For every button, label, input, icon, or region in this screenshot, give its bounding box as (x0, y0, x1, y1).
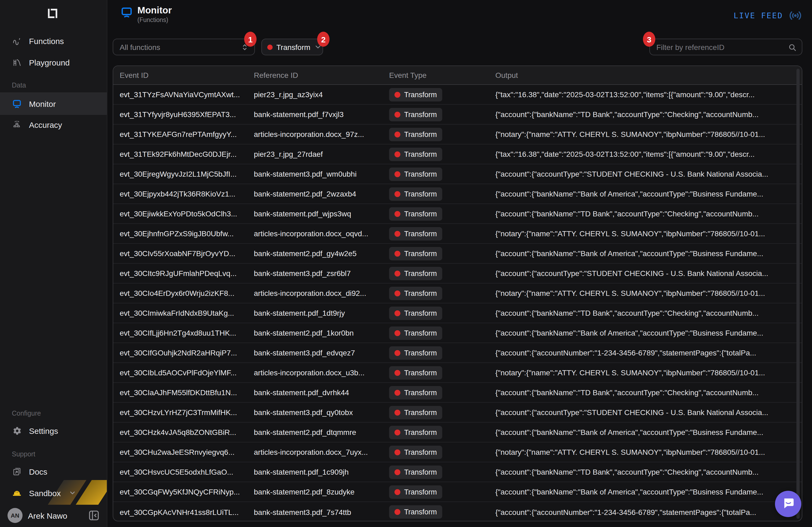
cell-event-id: evt_30CHzvLYrHZ7jC3TrmMifHK... (120, 408, 254, 417)
transform-status-dot (394, 270, 400, 276)
table-row[interactable]: evt_30Ejpyxb442jTk36R8KioVz1... bank-sta… (113, 184, 802, 204)
transform-status-dot (394, 429, 400, 435)
table-row[interactable]: evt_30EjregWgyvJzI2L1MjC5bJfI... bank-st… (113, 164, 802, 184)
cell-reference-id: articles-incorporation.docx_oqvd... (254, 229, 389, 238)
cell-output: {"notary":{"name":"ATTY. CHERYL S. SUMAN… (495, 130, 802, 139)
chat-widget-button[interactable] (775, 491, 801, 517)
cell-output: {"account":{"accountType":"STUDENT CHECK… (495, 408, 802, 417)
cell-output: {"notary":{"name":"ATTY. CHERYL S. SUMAN… (495, 229, 802, 238)
sidebar-item-accuracy[interactable]: Accuracy (0, 116, 107, 133)
transform-status-dot (394, 251, 400, 256)
event-type-label: Transform (404, 150, 437, 158)
table-row[interactable]: evt_31TEk92Fk6hMtDecG0DJEjr... pier23_r.… (113, 144, 802, 164)
event-type-dropdown[interactable]: Transform 2 (261, 39, 323, 55)
cell-output: {"account":{"bankName":"TD Bank","accoun… (495, 110, 802, 119)
event-type-badge: Transform (389, 247, 442, 260)
event-type-badge: Transform (389, 326, 442, 340)
avatar: AN (8, 508, 23, 523)
event-type-badge: Transform (389, 306, 442, 320)
sidebar-item-functions[interactable]: Functions (0, 33, 107, 49)
cell-event-id: evt_30CImiwkaFrIdNdxB9UtaKg... (120, 309, 254, 317)
table-row[interactable]: evt_30CGpKAcVNHr41ss8rLUiTL... bank-stat… (113, 502, 802, 521)
cell-output: {"account":{"bankName":"TD Bank","accoun… (495, 309, 802, 317)
table-row[interactable]: evt_30CHzvLYrHZ7jC3TrmMifHK... bank-stat… (113, 403, 802, 423)
transform-status-dot (394, 370, 400, 375)
transform-status-dot (394, 191, 400, 197)
cell-event-type: Transform (389, 426, 495, 439)
transform-status-dot (394, 310, 400, 316)
accuracy-gold-bars-icon (12, 119, 22, 130)
table-row[interactable]: evt_30EjhnfnGPZxS9igJB0Ubfw... articles-… (113, 224, 802, 244)
table-row[interactable]: evt_31TYfyvjr8yuH6395XfEPAT3... bank-sta… (113, 105, 802, 125)
sidebar-item-monitor[interactable]: Monitor (0, 92, 107, 115)
sandbox-hazard-stripes (0, 0, 107, 527)
cell-event-type: Transform (389, 465, 495, 479)
main-content: Monitor (Functions) LIVE FEED All functi… (107, 0, 812, 527)
cell-reference-id: bank-statement.pdf_1c909jh (254, 468, 389, 476)
page-title: Monitor (137, 5, 172, 16)
table-row[interactable]: evt_30CImiwkaFrIdNdxB9UtaKg... bank-stat… (113, 303, 802, 323)
cell-event-type: Transform (389, 267, 495, 280)
table-row[interactable]: evt_30CIaAJhFM55lfDKDttBfu1N... bank-sta… (113, 383, 802, 403)
table-row[interactable]: evt_30CIo4ErDyx6r0Wrju2izKF8... articles… (113, 284, 802, 303)
event-type-badge: Transform (389, 167, 442, 181)
event-type-badge: Transform (389, 386, 442, 399)
cell-output: {"account":{"bankName":"Bank of America"… (495, 249, 802, 258)
column-header-event-type: Event Type (389, 71, 495, 80)
cell-reference-id: bank-statement.pdf_1dt9rjy (254, 309, 389, 317)
sidebar-item-docs[interactable]: Docs (0, 464, 107, 480)
cell-reference-id: bank-statement2.pdf_1kor0bn (254, 329, 389, 337)
user-account-row[interactable]: AN Arek Nawo (0, 506, 107, 525)
table-row[interactable]: evt_30CHu2waJeESRnvyiegvq6... articles-i… (113, 442, 802, 462)
sidebar-item-playground[interactable]: Playground (0, 54, 107, 70)
transform-status-dot (394, 211, 400, 217)
cell-event-id: evt_30EjregWgyvJzI2L1MjC5bJfI... (120, 170, 254, 178)
event-type-badge: Transform (389, 366, 442, 379)
table-row[interactable]: evt_30EjiwkkExYoPDto5kOdClh3... bank-sta… (113, 204, 802, 224)
cell-output: {"notary":{"name":"ATTY. CHERYL S. SUMAN… (495, 368, 802, 377)
live-feed-indicator[interactable]: LIVE FEED (734, 9, 802, 23)
sidebar: Functions Playground Data Monitor (0, 0, 107, 527)
table-row[interactable]: evt_30CIbLd5AOCvPlFdOjeYlMF... articles-… (113, 363, 802, 383)
table-row[interactable]: evt_30CIfLjj6Hn2Tg4xd8uu1THK... bank-sta… (113, 323, 802, 343)
cell-reference-id: bank-statement3.pdf_zsr6bl7 (254, 269, 389, 277)
cell-reference-id: bank-statement3.pdf_edvqez7 (254, 348, 389, 357)
cell-output: {"account":{"bankName":"TD Bank","accoun… (495, 388, 802, 397)
sidebar-item-sandbox[interactable]: Sandbox (0, 485, 107, 501)
gear-icon (12, 426, 22, 436)
column-header-output: Output (495, 71, 802, 80)
sidebar-collapse-icon[interactable] (87, 509, 101, 523)
table-row[interactable]: evt_30CHzk4vJA5q8bZONtGBiR... bank-state… (113, 423, 802, 442)
page-subtitle: (Functions) (137, 17, 168, 23)
cell-event-type: Transform (389, 88, 495, 101)
cell-reference-id: articles-incorporation.docx_7uyx... (254, 448, 389, 456)
reference-id-search-input[interactable]: Filter by referenceID 3 (649, 39, 802, 55)
table-row[interactable]: evt_30CItc9RJgUFmlahPDeqLvq... bank-stat… (113, 264, 802, 284)
transform-status-dot (267, 44, 273, 50)
live-feed-label: LIVE FEED (734, 11, 783, 20)
table-scrollbar[interactable] (796, 69, 800, 519)
table-row[interactable]: evt_30CIv55rXoabNF7BjrOyvYD... bank-stat… (113, 244, 802, 264)
cell-reference-id: pier23_r.jpg_27rdaef (254, 150, 389, 158)
cell-event-type: Transform (389, 445, 495, 459)
function-filter-select[interactable]: All functions 1 (113, 39, 255, 55)
cell-output: {"notary":{"name":"ATTY. CHERYL S. SUMAN… (495, 448, 802, 456)
table-row[interactable]: evt_30CIfGOuhjk2NdR2aHRqiP7... bank-stat… (113, 343, 802, 363)
event-type-badge: Transform (389, 426, 442, 439)
cell-reference-id: bank-statement2.pdf_8zudyke (254, 487, 389, 496)
step-badge-3: 3 (643, 32, 655, 47)
table-row[interactable]: evt_30CHsvcUC5E5odxhLfGaO... bank-statem… (113, 462, 802, 482)
app-logo-icon[interactable] (46, 6, 60, 20)
event-type-badge: Transform (389, 207, 442, 220)
transform-status-dot (394, 111, 400, 117)
table-row[interactable]: evt_31TYKEAFGn7rePTAmfgyyY... articles-i… (113, 125, 802, 144)
section-label-data: Data (12, 82, 26, 89)
table-row[interactable]: evt_30CGqFWy5KfJNQyCFRiNyp... bank-state… (113, 482, 802, 502)
event-type-label: Transform (404, 130, 437, 138)
table-row[interactable]: evt_31TYzFsAVNaYiaVCymtAXwt... pier23_r.… (113, 85, 802, 105)
event-type-label: Transform (404, 230, 437, 238)
sidebar-item-settings[interactable]: Settings (0, 423, 107, 439)
cell-reference-id: bank-statement3.pdf_wm0ubhi (254, 170, 389, 178)
event-type-label: Transform (404, 408, 437, 416)
cell-event-id: evt_31TYzFsAVNaYiaVCymtAXwt... (120, 90, 254, 99)
